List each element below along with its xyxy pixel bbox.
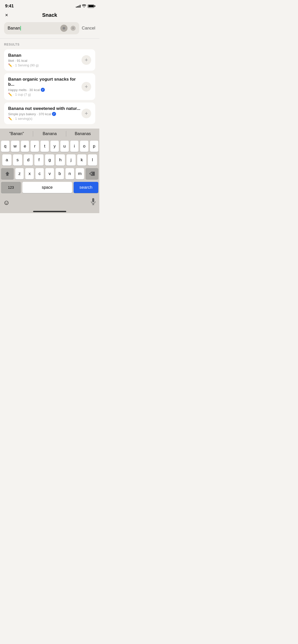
food-name-1: Banan [8,53,82,58]
key-g[interactable]: g [45,154,54,166]
suggestion-3[interactable]: Bananas [66,129,99,139]
food-serving-1: ✏️ · 1 Serving (90 g) [8,63,82,67]
key-search[interactable]: search [74,182,98,193]
key-w[interactable]: w [11,141,19,152]
serving-icon-3: ✏️ [8,117,12,121]
results-label: RESULTS [4,43,95,46]
key-k[interactable]: k [77,154,86,166]
close-button[interactable]: × [5,12,8,18]
food-serving-2: ✏️ · 1 cup (7 g) [8,93,82,96]
add-food-button-3[interactable]: + [82,109,91,118]
microphone-button[interactable] [90,198,96,207]
key-q[interactable]: q [1,141,9,152]
key-d[interactable]: d [24,154,33,166]
search-container: Banan ✕ Cancel [0,22,99,38]
key-y[interactable]: y [50,141,59,152]
keyboard-row-1: q w e r t y u i o p [1,141,98,152]
header: × Snack [0,10,99,22]
results-section: RESULTS Banan liket · 91 kcal ✏️ · 1 Ser… [0,39,99,129]
key-u[interactable]: u [60,141,69,152]
food-serving-3: ✏️ · 1 serving(s) [8,117,82,121]
food-info-3: Banana nut sweetened with natur... Simpl… [8,106,82,121]
battery-icon [88,5,94,8]
home-indicator [0,209,99,213]
key-i[interactable]: i [70,141,79,152]
emoji-button[interactable]: ☺ [3,199,10,207]
key-x[interactable]: x [25,168,34,179]
food-card-2: Banan organic yogurt snacks for b... Hap… [4,73,95,100]
clear-search-button[interactable]: ✕ [71,26,76,31]
signal-icon [76,5,80,8]
search-input[interactable]: Banan [8,26,59,31]
key-b[interactable]: b [56,168,64,179]
key-l[interactable]: l [88,154,97,166]
keyboard-bottom: ☺ [0,197,99,209]
key-j[interactable]: j [66,154,76,166]
home-bar [33,211,66,212]
key-space[interactable]: space [22,182,72,193]
key-a[interactable]: a [2,154,11,166]
key-r[interactable]: r [31,141,39,152]
page-title: Snack [42,12,57,18]
wifi-icon [82,4,86,8]
search-bar[interactable]: Banan ✕ [4,22,79,34]
food-info-1: Banan liket · 91 kcal ✏️ · 1 Serving (90… [8,53,82,67]
key-m[interactable]: m [76,168,84,179]
add-food-button-2[interactable]: + [82,82,91,92]
status-icons [76,4,94,8]
food-card-1: Banan liket · 91 kcal ✏️ · 1 Serving (90… [4,49,95,71]
key-shift[interactable] [1,168,14,179]
serving-icon-2: ✏️ [8,93,12,96]
status-bar: 9:41 [0,0,99,10]
verified-badge-2 [41,88,45,92]
suggestion-1[interactable]: "Banan" [0,129,33,139]
key-f[interactable]: f [34,154,44,166]
keyboard-suggestions: "Banan" Banana Bananas [0,129,99,139]
key-n[interactable]: n [65,168,74,179]
key-backspace[interactable] [86,168,98,179]
add-food-button-1[interactable]: + [82,55,91,65]
serving-icon-1: ✏️ [8,63,12,67]
key-c[interactable]: c [35,168,44,179]
cancel-button[interactable]: Cancel [82,26,95,31]
voice-search-button[interactable] [60,25,67,32]
food-name-2: Banan organic yogurt snacks for b... [8,77,82,87]
key-o[interactable]: o [80,141,88,152]
food-meta-3: Simple joys bakery · 370 kcal [8,112,82,116]
suggestion-2[interactable]: Banana [33,129,66,139]
key-v[interactable]: v [45,168,54,179]
text-cursor [20,26,21,31]
food-name-3: Banana nut sweetened with natur... [8,106,82,111]
food-card-3: Banana nut sweetened with natur... Simpl… [4,103,95,124]
verified-badge-3 [52,112,56,116]
svg-rect-0 [92,198,94,202]
keyboard: q w e r t y u i o p a s d f g h j k l z … [0,139,99,197]
food-meta-1: liket · 91 kcal [8,59,82,63]
key-s[interactable]: s [13,154,22,166]
key-h[interactable]: h [56,154,65,166]
key-z[interactable]: z [15,168,24,179]
key-e[interactable]: e [21,141,29,152]
keyboard-row-4: 123 space search [1,182,98,193]
key-p[interactable]: p [90,141,98,152]
keyboard-row-2: a s d f g h j k l [1,154,98,166]
keyboard-row-3: z x c v b n m [1,168,98,179]
food-info-2: Banan organic yogurt snacks for b... Hap… [8,77,82,96]
food-meta-2: Happy melts · 30 kcal [8,88,82,92]
status-time: 9:41 [5,4,14,9]
key-t[interactable]: t [40,141,49,152]
key-numbers[interactable]: 123 [1,182,21,193]
